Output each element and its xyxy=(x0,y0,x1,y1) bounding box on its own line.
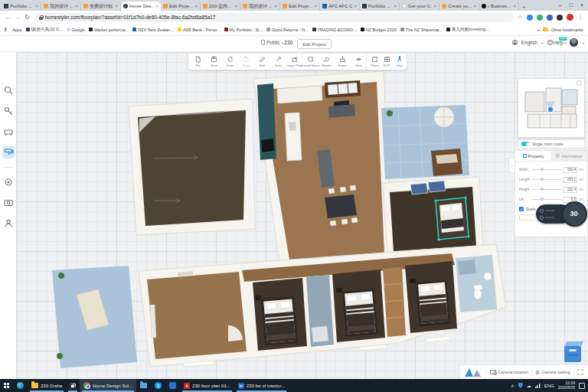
security-shield-icon[interactable] xyxy=(518,383,523,388)
bookmark-star-icon[interactable]: ☆ xyxy=(518,14,523,21)
taskbar-lock-app[interactable] xyxy=(66,379,80,392)
undo-button[interactable]: Undo xyxy=(222,54,238,70)
plane-view-button[interactable]: Plane xyxy=(368,54,381,70)
tab-close-icon[interactable]: × xyxy=(354,4,357,8)
taskbar-file-explorer[interactable] xyxy=(136,379,151,392)
browser-tab[interactable]: Edit Proje...× xyxy=(161,2,201,11)
extension-icon[interactable] xyxy=(537,15,543,21)
tab-close-icon[interactable]: × xyxy=(513,4,516,8)
back-icon[interactable]: ← xyxy=(5,14,11,21)
tray-expand-icon[interactable]: ∧ xyxy=(511,383,514,388)
other-bookmarks-label[interactable]: Other bookmarks xyxy=(551,28,583,32)
zoom-tool-icon[interactable] xyxy=(2,84,15,96)
language-selector[interactable]: English xyxy=(521,40,537,45)
browser-tab[interactable]: Create yo...× xyxy=(439,2,479,11)
canvas-3d-view[interactable] xyxy=(17,52,588,379)
export-button[interactable]: Export xyxy=(335,54,351,70)
bookmark-item[interactable]: Market performa... xyxy=(89,28,129,32)
tab-close-icon[interactable]: × xyxy=(314,4,317,8)
taskbar-clock[interactable]: 12:29 2020/8/25 xyxy=(558,381,575,390)
help-menu[interactable]: NEW ? Help ▾ xyxy=(547,40,567,45)
tab-close-icon[interactable]: × xyxy=(194,4,198,8)
browser-tab[interactable]: 免费设计软...× xyxy=(81,2,121,11)
fullscreen-icon[interactable] xyxy=(577,369,583,375)
browser-tab[interactable]: Portfolio ...× xyxy=(360,2,400,11)
length-slider[interactable] xyxy=(532,179,561,180)
scale-checkbox[interactable]: ✓ xyxy=(519,207,524,211)
forward-icon[interactable]: → xyxy=(15,14,21,21)
network-icon[interactable] xyxy=(535,384,541,388)
render-button[interactable]: Render xyxy=(318,54,335,70)
tab-close-icon[interactable]: × xyxy=(473,4,476,8)
minimize-button[interactable]: – xyxy=(559,2,562,8)
floorplan-minimap[interactable] xyxy=(518,78,585,138)
browser-tab[interactable]: Get your C...× xyxy=(400,2,439,11)
save-button[interactable]: Save xyxy=(206,54,222,70)
apps-label[interactable]: Apps xyxy=(12,28,22,32)
view-button[interactable]: View xyxy=(351,54,367,70)
bookmark-item[interactable]: ASB Bank - Perso... xyxy=(178,28,220,32)
close-button[interactable]: × xyxy=(580,2,583,8)
file-button[interactable]: File xyxy=(190,54,206,70)
bookmark-item[interactable]: TRADING ECONO... xyxy=(312,28,357,32)
browser-tab[interactable]: Portfolio ...× xyxy=(2,2,41,11)
tab-close-icon[interactable]: × xyxy=(155,4,158,8)
extension-icon[interactable] xyxy=(527,15,533,21)
bookmark-item[interactable]: My Portfolio - Si... xyxy=(224,28,263,32)
key-tool-icon[interactable] xyxy=(2,105,15,117)
single-room-mode-toggle[interactable] xyxy=(521,142,530,146)
bookmark-item[interactable]: [新西兰高尔] G... xyxy=(26,27,63,32)
taskbar-word-interior-list[interactable]: W 230 list of interior... xyxy=(234,379,289,392)
furniture-tool-icon[interactable] xyxy=(2,126,15,138)
visibility-selector[interactable]: Public ▾ xyxy=(261,40,283,45)
taskbar-skype[interactable]: S xyxy=(151,379,165,392)
width-slider[interactable] xyxy=(532,169,561,170)
extension-icon[interactable] xyxy=(557,15,563,21)
orbit-view-button[interactable]: Orbit xyxy=(393,54,405,70)
tab-information[interactable]: i Information xyxy=(551,151,587,161)
bookmark-item[interactable]: 真九同胞Investing... xyxy=(446,27,489,32)
browser-tab[interactable]: › Busines...× xyxy=(479,2,519,11)
snapshot-tool-icon[interactable] xyxy=(2,197,15,209)
browser-tab[interactable]: AFC AFC C...× xyxy=(320,2,360,11)
bookmark-item[interactable]: The NZ Sharemar... xyxy=(400,28,443,32)
browser-tab[interactable]: 我的设计 ...× xyxy=(240,2,280,11)
chevron-down-icon[interactable]: ▾ xyxy=(582,41,584,45)
camera-setting-button[interactable]: ⚙ Camera setting xyxy=(535,370,570,375)
curved-space-button[interactable]: Curved Space xyxy=(302,54,318,70)
tab-close-icon[interactable]: × xyxy=(115,4,118,8)
profile-avatar[interactable] xyxy=(567,14,573,21)
apps-grid-icon[interactable] xyxy=(5,28,8,31)
bookmark-item[interactable]: NZX New Zealan... xyxy=(132,28,173,32)
paint-roller-tool-icon[interactable] xyxy=(2,146,15,158)
tab-close-icon[interactable]: × xyxy=(274,4,277,8)
maximize-button[interactable]: □ xyxy=(570,2,573,8)
account-tool-icon[interactable] xyxy=(2,217,15,230)
tab-close-icon[interactable]: × xyxy=(35,4,38,8)
edit-button[interactable]: Edit xyxy=(254,54,270,70)
browser-menu-icon[interactable]: ⋮ xyxy=(577,14,583,21)
taskbar-edge[interactable] xyxy=(13,379,28,392)
rcp-view-button[interactable]: RCP xyxy=(381,54,393,70)
redo-button[interactable]: Redo xyxy=(238,54,254,70)
rotation-angle-dial[interactable]: 30° xyxy=(562,201,587,227)
taskbar-chrome-home-design[interactable]: Home Design Sol... xyxy=(80,379,136,392)
tab-close-icon[interactable]: × xyxy=(433,4,436,8)
onedrive-cloud-icon[interactable]: ☁ xyxy=(527,383,531,388)
start-button[interactable] xyxy=(0,379,13,392)
user-avatar[interactable] xyxy=(570,38,578,47)
bookmarks-overflow-icon[interactable]: » xyxy=(537,28,540,32)
bookmark-item[interactable]: Good Returns - N... xyxy=(266,28,309,32)
height-slider[interactable] xyxy=(532,189,561,190)
tab-property[interactable]: Property xyxy=(515,151,551,161)
width-input[interactable]: 162.4 xyxy=(563,167,577,173)
language-indicator[interactable]: ENG xyxy=(544,384,554,388)
tab-close-icon[interactable]: × xyxy=(234,4,237,8)
camera-location-button[interactable]: Camera location xyxy=(490,370,528,374)
rotate-cw-icon[interactable] xyxy=(540,216,544,220)
target-tool-icon[interactable] xyxy=(2,176,15,188)
height-input[interactable]: 102.4 xyxy=(563,187,577,193)
taskbar-folder-230-oraha[interactable]: 230 Oraha xyxy=(28,379,66,392)
taskbar-pdf-floor-plan[interactable]: A 230 floor plan 01... xyxy=(180,379,234,392)
bookmark-item[interactable]: NZ Budget 2020 xyxy=(361,28,397,32)
